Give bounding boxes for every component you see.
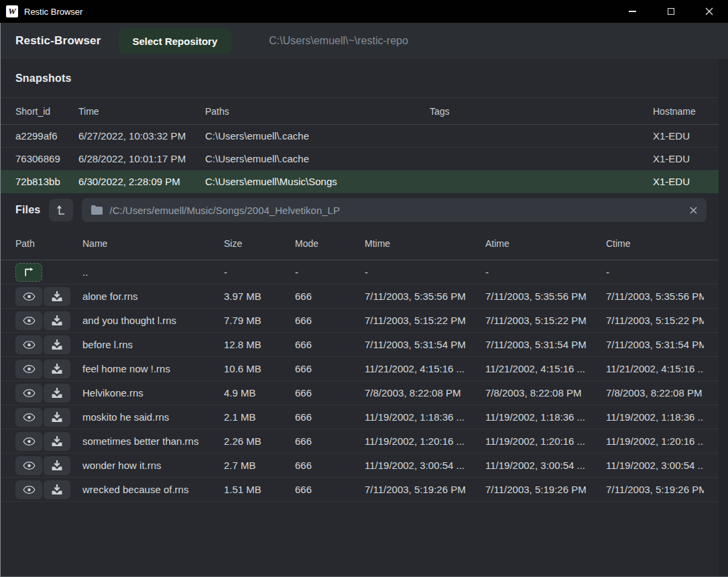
file-size: 10.6 MB	[224, 363, 295, 374]
file-name[interactable]: feel home now !.rns	[82, 363, 224, 374]
snapshot-short-id: 76306869	[15, 153, 78, 164]
file-mtime: 7/11/2003, 5:19:26 PM	[365, 484, 485, 495]
snapshot-hostname: X1-EDU	[653, 153, 704, 164]
preview-file-button[interactable]	[15, 408, 42, 427]
download-file-button[interactable]	[44, 287, 70, 306]
file-name[interactable]: alone for.rns	[82, 291, 224, 302]
file-size: 2.7 MB	[224, 460, 295, 471]
file-row: Helvikone.rns4.9 MB6667/8/2003, 8:22:08 …	[1, 381, 719, 405]
files-bar: Files /C:/Users/emuell/Music/Songs/2004_…	[1, 193, 719, 227]
file-path-bar[interactable]: /C:/Users/emuell/Music/Songs/2004_Helvet…	[82, 198, 707, 222]
snapshot-paths: C:\Users\emuell\.cache	[205, 153, 430, 164]
maximize-button[interactable]	[652, 0, 690, 23]
titlebar-left: W Restic Browser	[0, 5, 82, 17]
file-row: sometimes better than.rns2.26 MB66611/19…	[1, 429, 719, 454]
file-mtime: -	[365, 266, 485, 278]
scrollbar-gutter[interactable]	[719, 59, 728, 576]
download-file-button[interactable]	[44, 384, 70, 403]
file-name[interactable]: wonder how it.rns	[82, 460, 224, 471]
clear-path-button[interactable]	[690, 207, 697, 214]
preview-file-button[interactable]	[15, 456, 42, 475]
snapshots-table-body: a2299af66/27/2022, 10:03:32 PMC:\Users\e…	[1, 125, 719, 193]
file-actions	[15, 360, 82, 378]
download-file-button[interactable]	[44, 432, 70, 451]
minimize-button[interactable]	[613, 0, 652, 23]
file-mtime: 7/8/2003, 8:22:08 PM	[365, 387, 485, 399]
download-icon	[52, 388, 62, 398]
download-file-button[interactable]	[44, 335, 70, 354]
snapshot-paths: C:\Users\emuell\.cache	[205, 130, 430, 142]
download-file-button[interactable]	[44, 480, 70, 499]
download-icon	[52, 460, 62, 470]
download-file-button[interactable]	[44, 311, 70, 330]
file-name[interactable]: sometimes better than.rns	[82, 435, 224, 447]
close-button[interactable]	[690, 0, 728, 23]
preview-file-button[interactable]	[15, 287, 42, 306]
preview-file-button[interactable]	[15, 360, 42, 378]
file-size: -	[224, 266, 295, 278]
files-table-body: ..-----alone for.rns3.97 MB6667/11/2003,…	[1, 260, 719, 502]
file-mtime: 7/11/2003, 5:35:56 PM	[365, 291, 485, 302]
file-name[interactable]: wrecked because of.rns	[82, 484, 224, 495]
file-actions	[15, 335, 82, 354]
preview-file-button[interactable]	[15, 311, 42, 330]
file-mode: 666	[295, 291, 365, 302]
file-actions	[15, 263, 82, 282]
files-heading: Files	[15, 204, 40, 216]
preview-file-button[interactable]	[15, 335, 42, 354]
snapshot-row[interactable]: a2299af66/27/2022, 10:03:32 PMC:\Users\e…	[1, 125, 719, 148]
download-icon	[52, 364, 62, 374]
app-header: Restic-Browser Select Repository C:\User…	[1, 23, 728, 59]
download-file-button[interactable]	[44, 408, 70, 427]
preview-file-button[interactable]	[15, 480, 42, 499]
window-frame: Restic-Browser Select Repository C:\User…	[0, 23, 728, 577]
eye-icon	[23, 485, 36, 494]
file-atime: 11/19/2002, 1:18:36 ...	[485, 411, 606, 423]
file-name[interactable]: moskito he said.rns	[82, 411, 224, 423]
file-atime: 7/11/2003, 5:15:22 PM	[485, 315, 606, 326]
files-table-header: Path Name Size Mode Mtime Atime Ctime	[1, 227, 719, 260]
file-atime: 7/8/2003, 8:22:08 PM	[485, 387, 606, 399]
column-header-path: Path	[15, 238, 82, 249]
file-mtime: 7/11/2003, 5:15:22 PM	[365, 315, 485, 326]
download-file-button[interactable]	[44, 360, 70, 378]
current-path: /C:/Users/emuell/Music/Songs/2004_Helvet…	[109, 205, 683, 216]
snapshot-row[interactable]: 763068696/28/2022, 10:01:17 PMC:\Users\e…	[1, 148, 719, 170]
file-size: 2.26 MB	[224, 435, 295, 447]
file-mode: 666	[295, 411, 365, 423]
column-header-hostname: Hostname	[653, 106, 704, 117]
column-header-short-id: Short_id	[15, 106, 78, 117]
column-header-name: Name	[82, 238, 224, 249]
file-row: and you thought l.rns7.79 MB6667/11/2003…	[1, 309, 719, 333]
eye-icon	[23, 292, 36, 301]
file-name[interactable]: ..	[82, 266, 224, 278]
download-icon	[52, 484, 62, 494]
file-actions	[15, 432, 82, 451]
file-ctime: -	[606, 266, 704, 278]
file-actions	[15, 287, 82, 306]
preview-file-button[interactable]	[15, 384, 42, 403]
app-title: Restic-Browser	[15, 34, 101, 48]
preview-file-button[interactable]	[15, 432, 42, 451]
file-size: 3.97 MB	[224, 291, 295, 302]
file-ctime: 11/19/2002, 1:18:36 ...	[606, 411, 704, 423]
parent-dir-button[interactable]	[15, 263, 42, 282]
column-header-time: Time	[78, 106, 205, 117]
file-row: ..-----	[1, 260, 719, 284]
snapshot-time: 6/27/2022, 10:03:32 PM	[78, 130, 205, 142]
path-level-button[interactable]	[49, 199, 73, 221]
column-header-tags: Tags	[430, 106, 653, 117]
file-mtime: 7/11/2003, 5:31:54 PM	[365, 339, 485, 350]
download-file-button[interactable]	[44, 456, 70, 475]
select-repository-button[interactable]: Select Repository	[119, 28, 232, 54]
download-icon	[52, 291, 62, 301]
eye-icon	[23, 364, 36, 374]
file-mtime: 11/19/2002, 3:00:54 ...	[365, 460, 485, 471]
file-name[interactable]: and you thought l.rns	[82, 315, 224, 326]
snapshot-short-id: a2299af6	[15, 130, 78, 142]
snapshot-short-id: 72b813bb	[15, 176, 78, 187]
file-name[interactable]: Helvikone.rns	[82, 387, 224, 399]
file-size: 1.51 MB	[224, 484, 295, 495]
snapshot-row[interactable]: 72b813bb6/30/2022, 2:28:09 PMC:\Users\em…	[1, 170, 719, 193]
file-name[interactable]: before l.rns	[82, 339, 224, 350]
